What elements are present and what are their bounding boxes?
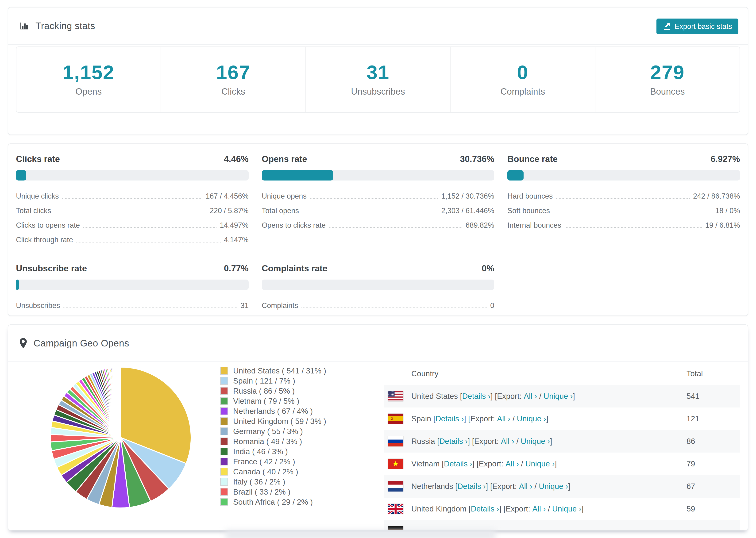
geo-table-rows: United States [Details ›] [Export: All ›… — [384, 385, 740, 530]
legend-item: Canada ( 40 / 2% ) — [220, 467, 326, 477]
legend-label: Spain ( 121 / 7% ) — [233, 377, 295, 385]
country-flag-icon — [388, 459, 404, 469]
export-all-link[interactable]: All › — [519, 482, 532, 491]
details-link[interactable]: Details › — [444, 459, 472, 468]
total-cell: 67 — [686, 482, 740, 491]
rate-row-label: Complaints — [262, 301, 298, 310]
rate-block: Unsubscribe rate 0.77% Unsubscribes 31 — [16, 264, 249, 313]
rates-grid: Clicks rate 4.46% Unique clicks 167 / 4.… — [8, 144, 748, 316]
country-cell: United Kingdom [Details ›] [Export: All … — [411, 505, 686, 513]
export-unique-link[interactable]: Unique › — [544, 392, 573, 401]
bracket-text: [ — [433, 414, 436, 423]
legend-swatch — [220, 377, 228, 385]
rate-progress-track — [507, 170, 740, 181]
rate-title: Complaints rate — [262, 264, 328, 273]
table-row: Spain [Details ›] [Export: All › / Uniqu… — [384, 407, 740, 430]
details-link[interactable]: Details › — [458, 482, 486, 491]
rate-detail-row: Total opens 2,303 / 61.446% — [262, 203, 495, 218]
campaign-geo-opens-card: Campaign Geo Opens United States ( 541 /… — [8, 324, 748, 530]
export-unique-link[interactable]: Unique › — [552, 505, 581, 513]
legend-item: Germany ( 55 / 3% ) — [220, 426, 326, 436]
table-row: Vietnam [Details ›] [Export: All › / Uni… — [384, 453, 740, 475]
legend-label: United Kingdom ( 59 / 3% ) — [233, 417, 326, 426]
column-header-country: Country — [384, 369, 686, 378]
export-basic-stats-button[interactable]: Export basic stats — [657, 19, 738, 34]
details-link[interactable]: Details › — [436, 414, 464, 423]
rate-title: Opens rate — [262, 154, 307, 164]
legend-item: Netherlands ( 67 / 4% ) — [220, 406, 326, 416]
export-prefix-text: ] [Export: — [464, 414, 497, 423]
rate-row-value: 18 / 0% — [715, 207, 740, 215]
country-cell: United States [Details ›] [Export: All ›… — [411, 392, 686, 401]
stat-label: Clicks — [161, 86, 305, 97]
export-prefix-text: ] [Export: — [499, 505, 532, 513]
legend-swatch — [220, 488, 228, 496]
legend-item: South Africa ( 29 / 2% ) — [220, 497, 326, 507]
rate-row-label: Total opens — [262, 207, 299, 215]
rate-detail-row: Clicks to opens rate 14.497% — [16, 218, 249, 233]
export-unique-link[interactable]: Unique › — [517, 414, 546, 423]
legend-label: Germany ( 55 / 3% ) — [233, 427, 303, 436]
legend-swatch — [220, 397, 228, 405]
stat-label: Bounces — [595, 86, 739, 97]
country-name: Vietnam — [411, 459, 442, 468]
details-link[interactable]: Details › — [439, 437, 468, 446]
export-unique-link[interactable]: Unique › — [525, 459, 555, 468]
geo-header: Campaign Geo Opens — [8, 325, 748, 362]
rate-row-value: 689.82% — [465, 221, 494, 230]
legend-swatch — [220, 478, 228, 486]
rate-row-label: Unique opens — [262, 192, 307, 200]
country-name: Netherlands — [411, 482, 455, 491]
dotted-leader — [76, 242, 221, 242]
rate-detail-row: Opens to clicks rate 689.82% — [262, 218, 495, 233]
slash-text: / — [546, 505, 552, 513]
details-link[interactable]: Details › — [471, 505, 499, 513]
export-prefix-text: ] [Export: — [472, 459, 506, 468]
rate-value: 6.927% — [711, 154, 740, 164]
rate-detail-row: Internal bounces 19 / 6.81% — [507, 218, 740, 233]
rate-detail-row: Soft bounces 18 / 0% — [507, 203, 740, 218]
rate-progress-track — [262, 280, 495, 290]
geo-table-header: Country Total — [384, 362, 740, 385]
country-flag-icon — [388, 391, 404, 402]
summary-stat-box: 0 Complaints — [450, 46, 595, 113]
country-flag-icon — [388, 481, 404, 492]
stat-value: 31 — [306, 61, 450, 84]
geo-legend: United States ( 541 / 31% ) Spain ( 121 … — [220, 366, 326, 530]
slash-text: / — [519, 459, 525, 468]
dotted-leader — [565, 227, 702, 228]
table-row: Russia [Details ›] [Export: All › / Uniq… — [384, 430, 740, 453]
country-name: United States — [411, 392, 460, 401]
rate-row-value: 1,152 / 30.736% — [441, 192, 495, 200]
export-all-link[interactable]: All › — [524, 392, 537, 401]
bracket-text: ] — [568, 482, 570, 491]
export-all-link[interactable]: All › — [501, 437, 514, 446]
legend-swatch — [220, 387, 228, 395]
bracket-text: [ — [460, 392, 462, 401]
export-unique-link[interactable]: Unique › — [539, 482, 568, 491]
export-unique-link[interactable]: Unique › — [521, 437, 550, 446]
legend-label: Brazil ( 33 / 2% ) — [233, 488, 291, 497]
rate-title: Unsubscribe rate — [16, 264, 87, 273]
export-all-link[interactable]: All › — [532, 505, 546, 513]
rate-detail-row: Click through rate 4.147% — [16, 233, 249, 247]
legend-item: Brazil ( 33 / 2% ) — [220, 487, 326, 497]
summary-stat-box: 167 Clicks — [161, 46, 306, 113]
table-row: Netherlands [Details ›] [Export: All › /… — [384, 475, 740, 498]
legend-label: Italy ( 36 / 2% ) — [233, 477, 285, 486]
country-flag-icon — [388, 413, 404, 424]
stat-label: Unsubscribes — [306, 86, 450, 97]
export-all-link[interactable]: All › — [506, 459, 519, 468]
rate-detail-row: Unique opens 1,152 / 30.736% — [262, 189, 495, 203]
legend-item: Vietnam ( 79 / 5% ) — [220, 396, 326, 406]
export-all-link[interactable]: All › — [497, 414, 511, 423]
details-link[interactable]: Details › — [462, 392, 490, 401]
total-cell: 79 — [686, 459, 740, 468]
dotted-leader — [63, 307, 237, 308]
legend-swatch — [220, 417, 228, 425]
dotted-leader — [329, 227, 462, 228]
rate-detail-row: Complaints 0 — [262, 298, 495, 313]
total-cell: 541 — [686, 392, 740, 401]
rate-title: Clicks rate — [16, 154, 60, 164]
bracket-text: ] — [555, 459, 557, 468]
